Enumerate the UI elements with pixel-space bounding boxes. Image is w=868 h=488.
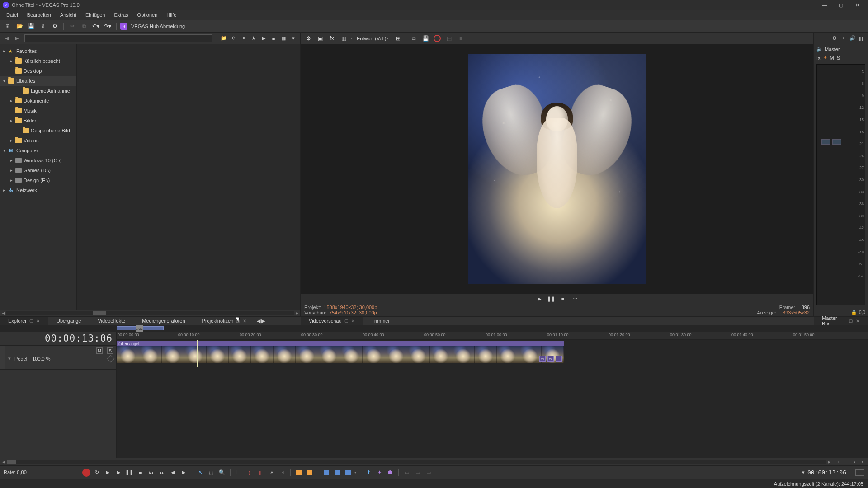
next-frame-button[interactable]: ▶ [179,468,188,477]
scroll-right-icon[interactable]: ▶ [294,310,300,316]
master-fx-button[interactable]: fx [816,55,821,61]
keyframe-icon[interactable] [107,355,115,362]
scroll-track[interactable] [6,311,294,315]
lock-envelope-button[interactable]: ⫿ [256,468,265,477]
tree-favorites[interactable]: ▸★Favorites [0,46,76,56]
stop-media-button[interactable]: ■ [269,34,278,42]
scroll-thumb[interactable] [7,460,16,464]
track-mute-button[interactable]: M [96,347,103,354]
path-input[interactable] [24,34,212,42]
preview-play-button[interactable]: ▶ [535,295,543,303]
tab-project-notes[interactable]: Projektnotizen ▢ ✕ [194,317,255,325]
tab-transitions[interactable]: Übergänge [48,317,90,325]
zoom-v-in-button[interactable]: ▲ [851,458,858,465]
tree-recent[interactable]: ▸Kürzlich besucht [0,56,76,66]
scroll-thumb[interactable] [93,311,106,315]
auto-preview-button[interactable]: ▦ [279,34,288,42]
zoom-out-button[interactable]: − [843,458,850,465]
extra-button-2[interactable]: ▭ [413,468,422,477]
save-snapshot-button[interactable]: 💾 [420,33,430,43]
master-automation-button[interactable]: ✦ [823,55,827,61]
expander-icon[interactable]: ▸ [9,178,14,183]
rate-slider[interactable] [31,470,38,475]
tree-computer[interactable]: ▾🖥Computer [0,145,76,155]
expand-icon[interactable]: ▢ [344,319,349,323]
tree-network[interactable]: ▸🖧Netzwerk [0,185,76,195]
preview-fx-button[interactable]: fx [327,33,337,43]
tree-saved-images[interactable]: Gespeicherte Bild [0,126,76,136]
nav-back-button[interactable]: ◀ [3,34,11,42]
undo-button[interactable]: ↶▾ [91,21,101,31]
render-button[interactable]: ⇪ [38,21,48,31]
expander-icon[interactable]: ▸ [9,158,14,163]
tab-scroll-left[interactable]: ◀ [257,318,260,324]
zoom-in-button[interactable]: + [835,458,842,465]
split-screen-button[interactable]: ▥ [339,33,349,43]
close-tab-icon[interactable]: ✕ [351,319,355,324]
preview-more-button[interactable]: ⋯ [571,295,579,303]
tab-video-fx[interactable]: Videoeffekte [90,317,134,325]
dropdown-icon[interactable]: ▾ [350,36,352,40]
go-to-start-button[interactable]: ⏮ [146,468,156,477]
expander-icon[interactable]: ▸ [9,118,14,123]
quantize-button[interactable]: ⊡ [278,468,287,477]
expander-icon[interactable]: ▾ [2,148,6,153]
refresh-button[interactable]: ⟳ [230,34,238,42]
expander-icon[interactable]: ▸ [2,188,6,192]
loop-play-button[interactable]: ↻ [92,468,101,477]
tab-trimmer[interactable]: Trimmer [363,317,399,325]
expander-icon[interactable]: ▸ [9,99,14,103]
close-tab-icon[interactable]: ✕ [36,319,40,324]
menu-extras[interactable]: Extras [109,11,132,19]
prev-frame-button[interactable]: ◀ [168,468,177,477]
marker-button-2[interactable] [305,468,314,477]
record-button[interactable] [82,469,90,477]
clip-crop-button[interactable]: ▭ [539,356,546,362]
ai-button[interactable]: ✦ [375,468,384,477]
play-media-button[interactable]: ▶ [259,34,268,42]
stop-button[interactable]: ■ [136,468,145,477]
tree-documents[interactable]: ▸Dokumente [0,96,76,106]
menu-edit[interactable]: Bearbeiten [23,11,56,19]
menu-file[interactable]: Datei [2,11,23,19]
preview-properties-button[interactable]: ⚙ [303,33,313,43]
tab-media-generators[interactable]: Mediengeneratoren [134,317,193,325]
new-project-button[interactable]: 🗎 [3,21,13,31]
tab-scroll-right[interactable]: ▶ [261,318,265,324]
tree-music[interactable]: Musik [0,106,76,116]
tree-recordings[interactable]: Eigene Aufnahme [0,86,76,96]
tree-drive-d[interactable]: ▸Games (D:\) [0,165,76,175]
nav-forward-button[interactable]: ▶ [13,34,21,42]
preview-output-fx-button[interactable]: ▣ [315,33,325,43]
path-dropdown-icon[interactable]: ▾ [216,36,218,40]
time-ruler[interactable]: 00:00:00:00 00:00:10:00 00:00:20:00 00:0… [117,332,868,340]
zoom-tool[interactable]: 🔍 [217,468,226,477]
menu-help[interactable]: Hilfe [162,11,181,19]
menu-insert[interactable]: Einfügen [81,11,109,19]
region-button-3[interactable] [344,468,353,477]
redo-button[interactable]: ↷▾ [103,21,113,31]
tab-master-bus[interactable]: Master-Bus ▢ ✕ [814,317,868,325]
master-downmix-button[interactable]: 🔊 [849,35,856,42]
minimize-track-icon[interactable]: ▾ [8,356,11,361]
clip-fx-button[interactable]: fx [547,356,554,362]
zoom-v-out-button[interactable]: ▼ [859,458,866,465]
close-button[interactable]: ✕ [849,0,865,10]
maximize-button[interactable]: ▢ [833,0,849,10]
scroll-track[interactable] [7,460,826,464]
expander-icon[interactable]: ▾ [2,79,6,83]
open-button[interactable]: 📂 [14,21,24,31]
master-solo-button[interactable]: S [837,55,840,61]
region-button-1[interactable] [322,468,331,477]
save-button[interactable]: 💾 [26,21,36,31]
timecode-display[interactable]: 00:00:13:06 [0,332,116,345]
track-number-strip[interactable] [0,346,5,369]
expander-icon[interactable]: ▸ [9,168,14,173]
explorer-h-scrollbar[interactable]: ◀ ▶ [0,310,300,316]
file-list-pane[interactable] [77,44,300,310]
expand-icon[interactable]: ▢ [849,319,853,323]
track-header[interactable]: M S ▾ Pegel: 100,0 % [0,345,116,370]
vu-meter[interactable]: -3 -6 -9 -12 -15 -18 -21 -24 -27 -30 -33… [816,64,865,305]
favorite-button[interactable]: ★ [250,34,258,42]
timeline-tracks-view[interactable]: 00:00:00:00 00:00:10:00 00:00:20:00 00:0… [117,332,868,458]
